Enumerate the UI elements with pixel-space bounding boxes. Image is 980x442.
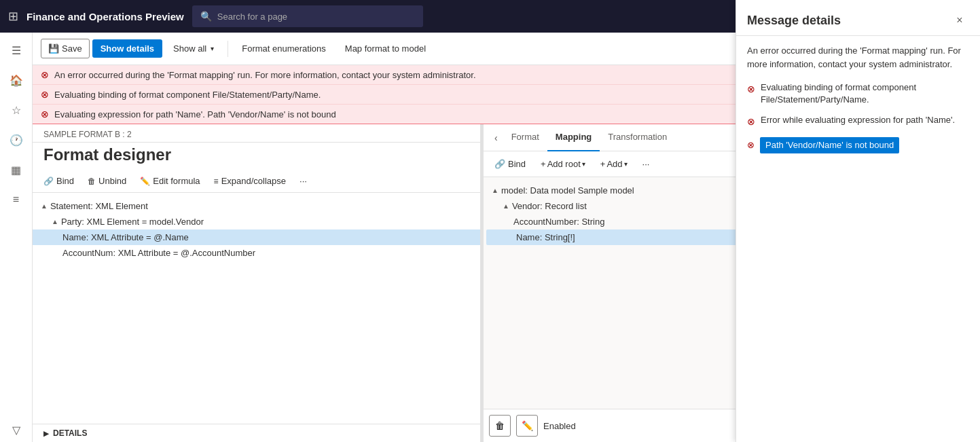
search-placeholder: Search for a page (217, 12, 287, 22)
left-panel: SAMPLE FORMAT B : 2 Format designer 🔗 Bi… (33, 124, 481, 442)
save-icon: 💾 (48, 43, 59, 54)
edit-mapping-button[interactable]: ✏️ (516, 415, 538, 437)
format-enumerations-button[interactable]: Format enumerations (234, 39, 334, 58)
bind-button[interactable]: 🔗 Bind (38, 172, 79, 189)
message-panel-body: An error occurred during the 'Format map… (736, 36, 980, 442)
edit-formula-button[interactable]: ✏️ Edit formula (134, 172, 205, 189)
msg-text-3: Path 'Vendor/Name' is not bound (760, 137, 899, 153)
tree-arrow-statement: ▲ (41, 202, 48, 210)
tab-transformation[interactable]: Transformation (600, 124, 675, 151)
show-all-button[interactable]: Show all ▾ (165, 39, 222, 58)
tree-item-accountnum[interactable]: AccountNum: XML Attribute = @.AccountNum… (33, 245, 480, 261)
mapping-label-name: Name: String[!] (516, 232, 575, 242)
tree-item-party[interactable]: ▲ Party: XML Element = model.Vendor (33, 214, 480, 229)
panel-title: Format designer (33, 143, 480, 170)
sidebar-menu-icon[interactable]: ☰ (4, 38, 29, 62)
tree-label-statement: Statement: XML Element (50, 201, 148, 211)
unbind-button[interactable]: 🗑 Unbind (82, 172, 132, 189)
grid-icon[interactable]: ⊞ (8, 9, 18, 24)
mapping-label-vendor: Vendor: Record list (512, 201, 587, 211)
unbind-icon: 🗑 (88, 177, 96, 186)
mapping-arrow-vendor: ▲ (503, 202, 509, 210)
error-icon-3: ⊗ (41, 109, 49, 119)
sidebar-filter-icon[interactable]: ▽ (4, 418, 29, 442)
show-all-chevron-icon: ▾ (211, 45, 214, 52)
msg-error-icon-2: ⊗ (747, 115, 755, 129)
show-details-button[interactable]: Show details (92, 39, 162, 58)
sidebar-star-icon[interactable]: ☆ (4, 98, 29, 122)
left-sidebar: ☰ 🏠 ☆ 🕐 ▦ ≡ ▽ (0, 33, 33, 442)
sidebar-home-icon[interactable]: 🏠 (4, 68, 29, 92)
sidebar-list-icon[interactable]: ≡ (4, 187, 29, 212)
toolbar-separator-1 (228, 41, 228, 57)
msg-text-2: Error while evaluating expression for pa… (761, 114, 955, 126)
message-details-panel: Message details × An error occurred duri… (736, 0, 980, 442)
message-panel-title: Message details (747, 14, 841, 28)
details-label: DETAILS (53, 428, 87, 438)
add-icon: + (600, 159, 606, 169)
error-text-3: Evaluating expression for path 'Name'. P… (54, 109, 336, 119)
details-row[interactable]: ▶ DETAILS (33, 424, 480, 442)
more-format-options-button[interactable]: ··· (294, 172, 312, 189)
tree-item-name[interactable]: Name: XML Attribute = @.Name (33, 229, 480, 245)
tab-mapping[interactable]: Mapping (547, 124, 600, 151)
enabled-label: Enabled (543, 421, 576, 431)
tree-label-party: Party: XML Element = model.Vendor (61, 217, 204, 227)
bind-icon: 🔗 (43, 177, 54, 186)
message-item-3: ⊗ Path 'Vendor/Name' is not bound (747, 137, 969, 153)
delete-mapping-button[interactable]: 🗑 (489, 415, 511, 437)
app-title: Finance and Operations Preview (26, 11, 184, 22)
msg-text-1: Evaluating binding of format component F… (761, 81, 969, 106)
panel-subtitle: SAMPLE FORMAT B : 2 (33, 124, 480, 143)
search-icon: 🔍 (200, 11, 212, 22)
edit-formula-icon: ✏️ (140, 177, 150, 186)
mapping-bind-icon: 🔗 (494, 159, 505, 169)
search-bar[interactable]: 🔍 Search for a page (192, 5, 423, 27)
save-button[interactable]: 💾 Save (41, 39, 90, 58)
sidebar-grid-icon[interactable]: ▦ (4, 158, 29, 182)
expand-collapse-icon: ≡ (214, 177, 219, 186)
add-chevron-icon: ▾ (624, 160, 628, 168)
sidebar-clock-icon[interactable]: 🕐 (4, 128, 29, 152)
format-toolbar: 🔗 Bind 🗑 Unbind ✏️ Edit formula ≡ Expand… (33, 170, 480, 193)
message-item-1: ⊗ Evaluating binding of format component… (747, 81, 969, 106)
message-panel-header: Message details × (736, 0, 980, 36)
error-text-2: Evaluating binding of format component F… (54, 90, 321, 100)
mapping-more-button[interactable]: ··· (637, 155, 655, 172)
tree-arrow-party: ▲ (52, 218, 58, 225)
map-format-to-model-button[interactable]: Map format to model (337, 39, 434, 58)
error-text-1: An error occurred during the 'Format map… (54, 70, 476, 80)
tree-label-name: Name: XML Attribute = @.Name (62, 232, 189, 242)
expand-collapse-button[interactable]: ≡ Expand/collapse (208, 172, 291, 189)
message-item-2: ⊗ Error while evaluating expression for … (747, 114, 969, 129)
tree-item-statement[interactable]: ▲ Statement: XML Element (33, 198, 480, 214)
mapping-bind-button[interactable]: 🔗 Bind (489, 155, 531, 172)
details-arrow-icon: ▶ (43, 430, 49, 437)
add-root-icon: + (541, 159, 546, 169)
add-button[interactable]: + Add ▾ (595, 155, 633, 172)
mapping-label-accountnumber: AccountNumber: String (513, 217, 604, 227)
mapping-arrow-model: ▲ (492, 187, 498, 194)
msg-error-icon-1: ⊗ (747, 83, 755, 96)
mapping-label-model: model: Data model Sample model (501, 185, 634, 196)
tree-label-accountnum: AccountNum: XML Attribute = @.AccountNum… (62, 248, 255, 258)
error-icon-1: ⊗ (41, 69, 49, 80)
format-tree: ▲ Statement: XML Element ▲ Party: XML El… (33, 193, 480, 424)
add-root-button[interactable]: + Add root ▾ (535, 155, 591, 172)
tab-format[interactable]: Format (503, 124, 547, 151)
message-panel-close-button[interactable]: × (950, 11, 969, 30)
chevron-left-icon[interactable]: ‹ (489, 132, 503, 143)
msg-error-icon-3: ⊗ (747, 139, 755, 151)
message-panel-intro: An error occurred during the 'Format map… (747, 44, 969, 71)
error-icon-2: ⊗ (41, 89, 49, 100)
add-root-chevron-icon: ▾ (582, 160, 585, 168)
